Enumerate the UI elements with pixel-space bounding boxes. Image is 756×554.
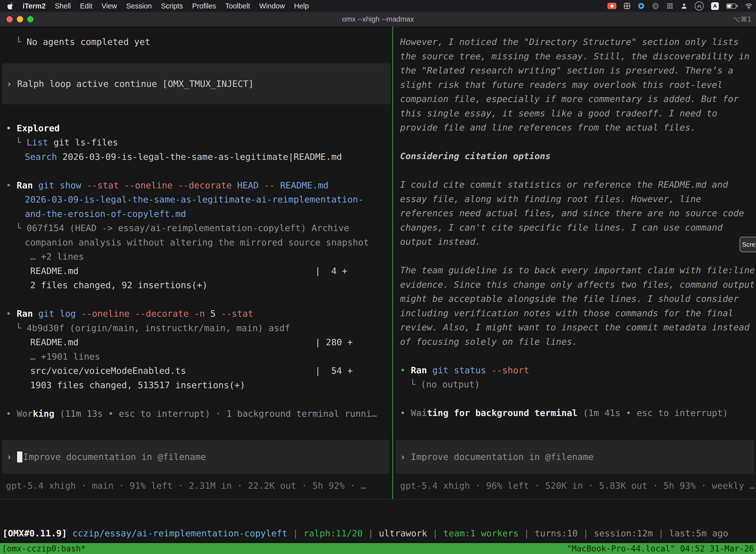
right-agent-pane[interactable]: However, I noticed the "Directory Struct… bbox=[393, 26, 756, 499]
reasoning-line: provide file and line references from th… bbox=[400, 120, 755, 135]
screen-notification-popup: Scre bbox=[740, 237, 756, 252]
reasoning-text: evidence. Since this change only affects… bbox=[400, 279, 755, 290]
waiting-shimmer-lit: ting for background terminal bbox=[427, 408, 577, 418]
minimize-button[interactable] bbox=[17, 16, 23, 22]
diff-summary-text: 2 files changed, 92 insertions(+) bbox=[25, 280, 208, 290]
git-branch: cczip/essay/ai-reimplementation-copyleft bbox=[72, 528, 288, 538]
reasoning-line: I could cite commit statistics or refere… bbox=[400, 177, 755, 192]
reasoning-line: review. Also, I might want to inspect th… bbox=[400, 320, 755, 335]
tmux-status-bar: [omx-cczip0:bash* "MacBook-Pro-44.local"… bbox=[0, 543, 756, 554]
reasoning-heading: Considering citation options bbox=[400, 149, 755, 163]
diff-stat-line: README.md | 4 + bbox=[6, 264, 391, 278]
cmd-head: HEAD bbox=[232, 180, 264, 190]
no-output-line: └ (no output) bbox=[400, 377, 755, 392]
close-button[interactable] bbox=[6, 16, 13, 22]
reasoning-text: slight risk that future readers may over… bbox=[400, 80, 722, 90]
cmd-git-status: git status bbox=[427, 365, 491, 375]
spacer-line bbox=[6, 392, 391, 406]
reasoning-line: evidence. Since this change only affects… bbox=[400, 277, 755, 292]
list-verb: List bbox=[26, 137, 48, 148]
menu-session[interactable]: Session bbox=[126, 2, 152, 10]
left-agent-pane[interactable]: └ No agents completed yet › Ralph loop a… bbox=[0, 26, 392, 499]
turns-counter: turns:10 bbox=[535, 528, 578, 538]
menu-app-name[interactable]: iTerm2 bbox=[22, 2, 46, 10]
cmd-flags: --stat --oneline --decorate bbox=[86, 180, 232, 190]
command-input[interactable]: › Improve documentation in @filename bbox=[2, 440, 389, 474]
session-stats: gpt-5.4 xhigh · 96% left · 520K in · 5.8… bbox=[400, 479, 755, 493]
window-shortcut-badge: ⌥⌘1 bbox=[733, 15, 752, 23]
screen-recording-stop-icon[interactable] bbox=[608, 3, 616, 9]
reasoning-line: this single essay, it seems like a good … bbox=[400, 106, 755, 121]
explored-list-line: └ List git ls-files bbox=[6, 135, 391, 150]
menu-shell[interactable]: Shell bbox=[55, 2, 71, 10]
working-status-line: • Working (11m 13s • esc to interrupt) ·… bbox=[6, 406, 391, 421]
inject-banner: › Ralph loop active continue [OMX_TMUX_I… bbox=[2, 63, 391, 104]
bullet-icon: • bbox=[6, 408, 17, 419]
battery-gauge-icon[interactable]: .61 bbox=[695, 1, 704, 10]
commit-text: └ 067f154 (HEAD -> essay/ai-reimplementa… bbox=[16, 223, 349, 233]
reasoning-line: output instead. bbox=[400, 234, 755, 249]
input-placeholder: Improve documentation in @filename bbox=[411, 452, 593, 462]
last-activity: last:5m ago bbox=[669, 528, 728, 538]
charging-bolt-icon bbox=[730, 4, 733, 8]
team-workers: team:1 workers bbox=[443, 528, 518, 538]
spacer-line bbox=[400, 163, 755, 178]
reasoning-line: including verification notes with those … bbox=[400, 306, 755, 321]
terminal-window: └ No agents completed yet › Ralph loop a… bbox=[0, 26, 756, 554]
cmd-git-show: git show bbox=[33, 180, 86, 190]
app-icon-dark-circle[interactable] bbox=[652, 2, 659, 9]
input-source-icon[interactable]: A bbox=[711, 2, 719, 10]
keyboard-dots-icon[interactable] bbox=[667, 2, 674, 9]
window-title-bar[interactable]: omx --xhigh --madmax ⌥⌘1 bbox=[0, 12, 756, 26]
separator: | bbox=[427, 528, 443, 538]
battery-icon[interactable] bbox=[726, 3, 738, 9]
diff-more-text: … +1901 lines bbox=[25, 351, 100, 362]
ralph-counter: ralph:11/20 bbox=[304, 528, 363, 538]
reasoning-text: However, I noticed the "Directory Struct… bbox=[400, 37, 739, 47]
zoom-button[interactable] bbox=[27, 16, 34, 22]
reasoning-line: the "Related research writing" section i… bbox=[400, 63, 755, 78]
input-source-letter: A bbox=[713, 3, 717, 9]
bullet-icon: • bbox=[400, 365, 411, 375]
inject-text: Ralph loop active continue [OMX_TMUX_INJ… bbox=[17, 79, 254, 89]
ran-git-show-line: • Ran git show --stat --oneline --decora… bbox=[6, 178, 391, 192]
stop-square-icon bbox=[611, 5, 613, 7]
commit-log-line: └ 4b9d30f (origin/main, instructkr/main,… bbox=[6, 321, 391, 335]
spacer-line bbox=[400, 392, 755, 406]
menu-window[interactable]: Window bbox=[259, 2, 285, 10]
commit-info-line-2: companion analysis without altering the … bbox=[6, 235, 391, 250]
diff-summary-line: 2 files changed, 92 insertions(+) bbox=[6, 278, 391, 292]
menu-toolbelt[interactable]: Toolbelt bbox=[225, 2, 250, 10]
cmd-filename-wrap: and-the-erosion-of-copyleft.md bbox=[25, 209, 186, 219]
readme-link: README.md bbox=[658, 179, 706, 189]
menu-view[interactable]: View bbox=[102, 2, 117, 10]
app-icon-blue[interactable] bbox=[638, 2, 645, 9]
apple-menu-icon[interactable] bbox=[7, 2, 13, 9]
reasoning-line: might be acceptable alongside the file l… bbox=[400, 292, 755, 306]
reasoning-text: references need actual files, and since … bbox=[400, 208, 744, 218]
working-shimmer-dim: Wor bbox=[17, 408, 33, 419]
cmd-git-log: git log bbox=[33, 309, 81, 319]
working-detail: (11m 13s • esc to interrupt) · 1 backgro… bbox=[54, 408, 377, 419]
menu-profiles[interactable]: Profiles bbox=[192, 2, 216, 10]
spacer-line bbox=[6, 49, 391, 63]
menu-edit[interactable]: Edit bbox=[80, 2, 92, 10]
command-input[interactable]: › Improve documentation in @filename bbox=[396, 440, 754, 474]
diff-stat-line: README.md | 280 + bbox=[6, 335, 391, 349]
window-grid-icon[interactable] bbox=[624, 3, 630, 9]
menu-bar-left: iTerm2 Shell Edit View Session Scripts P… bbox=[7, 2, 309, 10]
menu-help[interactable]: Help bbox=[294, 2, 309, 10]
reasoning-text: provide file and line references from th… bbox=[400, 122, 696, 132]
omx-status-line: [OMX#0.11.9] cczip/essay/ai-reimplementa… bbox=[2, 526, 756, 541]
menu-scripts[interactable]: Scripts bbox=[161, 2, 183, 10]
spacer-line bbox=[6, 292, 391, 307]
reasoning-text: changes, I can't cite specific file line… bbox=[400, 222, 722, 233]
left-pane-content: └ No agents completed yet › Ralph loop a… bbox=[0, 26, 392, 421]
waiting-shimmer-dim: Wai bbox=[411, 408, 427, 418]
wifi-icon[interactable] bbox=[745, 3, 753, 9]
mode-label: ultrawork bbox=[379, 528, 427, 538]
reasoning-text: companion file, especially if more comme… bbox=[400, 94, 739, 104]
cmd-flags: --short bbox=[491, 365, 529, 375]
user-icon[interactable] bbox=[681, 3, 687, 9]
reasoning-line: However, I noticed the "Directory Struct… bbox=[400, 35, 755, 49]
